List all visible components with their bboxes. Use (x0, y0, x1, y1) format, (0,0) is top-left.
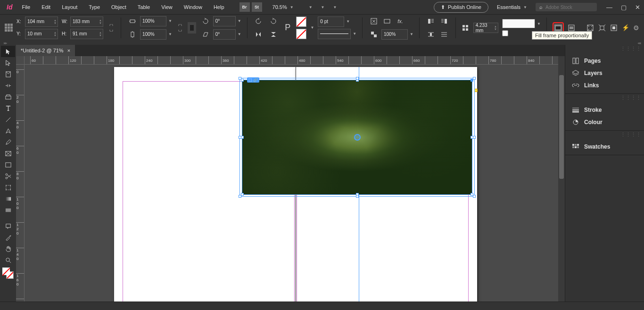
live-corner-handle[interactable] (474, 89, 478, 92)
panel-collapse-1[interactable]: ⋮⋮⋮⋮ (565, 45, 644, 53)
selection-tool[interactable] (1, 46, 15, 57)
fill-stroke-tool[interactable] (2, 268, 14, 279)
w-input[interactable]: 183 mm▲▼ (70, 17, 103, 27)
menu-view[interactable]: View (157, 2, 177, 12)
scrollbar-thumb[interactable] (559, 75, 564, 179)
layers-panel[interactable]: Layers (565, 67, 644, 79)
flip-h-icon[interactable] (253, 29, 264, 40)
rotate-ccw-icon[interactable] (253, 16, 264, 27)
minimize-button[interactable]: — (606, 4, 612, 11)
menu-window[interactable]: Window (179, 2, 207, 12)
gradient-swatch-tool[interactable] (1, 193, 15, 204)
content-grabber[interactable] (354, 134, 361, 141)
rotate-input[interactable]: 0° (213, 16, 236, 26)
free-transform-tool[interactable] (1, 182, 15, 193)
colour-panel[interactable]: Colour (565, 116, 644, 128)
rectangle-frame-tool[interactable] (1, 148, 15, 159)
zoom-level[interactable]: 70.5% ▼ (272, 4, 294, 10)
image-frame[interactable]: ⬚🔗 (242, 80, 472, 195)
lightning-icon[interactable]: ⚡ (622, 24, 629, 31)
page-tool[interactable] (1, 68, 15, 80)
gradient-feather-tool[interactable] (1, 204, 15, 216)
fx-icon[interactable]: fx. (395, 16, 406, 27)
pages-panel[interactable]: Pages (565, 55, 644, 67)
vertical-ruler[interactable]: 020406080100120140160 (16, 65, 25, 302)
stroke-weight-input[interactable]: 0 pt (318, 17, 344, 27)
type-tool[interactable] (1, 102, 15, 114)
close-button[interactable]: ✕ (635, 4, 640, 11)
corner-radius-input[interactable]: 4.233 mm▲▼ (473, 23, 498, 33)
scissors-tool[interactable] (1, 170, 15, 182)
scale-y-input[interactable]: 100% (140, 29, 166, 40)
stock-search-input[interactable] (545, 5, 593, 10)
fill-swatch[interactable] (296, 17, 306, 27)
content-collector-tool[interactable] (1, 91, 15, 102)
ruler-origin[interactable] (16, 56, 25, 65)
clear-transform-icon[interactable] (188, 22, 196, 34)
panel-collapse-2[interactable]: ⋮⋮⋮⋮ (565, 94, 644, 102)
menu-layout[interactable]: Layout (57, 2, 82, 12)
corner-shape-select[interactable] (502, 19, 535, 28)
opacity-input[interactable]: 100% (381, 29, 408, 40)
y-input[interactable]: 10 mm▲▼ (25, 29, 58, 39)
menu-help[interactable]: Help (209, 2, 229, 12)
corner-checkbox[interactable] (502, 30, 508, 36)
wrap-right-icon[interactable] (438, 16, 450, 27)
zoom-tool[interactable] (1, 254, 15, 266)
rotate-cw-icon[interactable] (268, 16, 279, 27)
stock-button[interactable]: St (252, 2, 262, 12)
links-panel[interactable]: Links (565, 79, 644, 92)
menu-edit[interactable]: Edit (37, 2, 55, 12)
flip-v-icon[interactable] (268, 29, 279, 40)
wrap-both-icon[interactable] (425, 29, 437, 40)
note-tool[interactable] (1, 220, 15, 232)
document-tab[interactable]: *Untitled-2 @ 71% × (16, 45, 75, 56)
constrain-wh-icon[interactable] (107, 22, 115, 34)
settings-icon[interactable]: ⚙ (633, 24, 639, 32)
constrain-scale-icon[interactable] (176, 22, 184, 34)
view-mode-1[interactable]: ▼ (307, 5, 313, 9)
vertical-scrollbar[interactable] (558, 56, 565, 302)
pencil-tool[interactable] (1, 136, 15, 148)
rectangle-tool[interactable] (1, 159, 15, 170)
center-content-button[interactable] (610, 22, 618, 34)
fit-frame-to-content-button[interactable] (598, 22, 606, 34)
menu-table[interactable]: Table (133, 2, 155, 12)
stroke-swatch[interactable] (296, 29, 306, 39)
swatches-panel[interactable]: Swatches (565, 141, 644, 153)
view-mode-2[interactable]: ▼ (319, 5, 325, 9)
corner-options-icon[interactable] (461, 22, 469, 34)
stroke-style-select[interactable] (318, 29, 351, 39)
close-icon[interactable]: × (67, 48, 70, 53)
menu-type[interactable]: Type (84, 2, 105, 12)
gap-tool[interactable] (1, 80, 15, 91)
bridge-button[interactable]: Br (239, 2, 250, 12)
publish-online-button[interactable]: ⬆ Publish Online (434, 2, 488, 13)
x-input[interactable]: 104 mm▲▼ (25, 17, 58, 27)
horizontal-ruler[interactable]: 6012018024030036042048054060066072078084… (25, 56, 558, 65)
view-mode-3[interactable]: ▼ (331, 5, 337, 9)
hand-tool[interactable] (1, 243, 15, 254)
pasteboard[interactable]: ⬚🔗 (25, 65, 558, 302)
swatch-dropdown[interactable]: ▼ (310, 25, 314, 30)
stroke-panel[interactable]: Stroke (565, 104, 644, 116)
expand-bar-top[interactable]: ▸▸◂◂ (0, 41, 644, 45)
scale-x-input[interactable]: 100% (140, 16, 166, 26)
maximize-button[interactable]: ▢ (621, 4, 627, 11)
pen-tool[interactable] (1, 125, 15, 136)
reference-point-icon[interactable] (5, 24, 13, 32)
wrap-none-icon[interactable] (438, 29, 450, 40)
shear-input[interactable]: 0° (213, 29, 236, 40)
wrap-left-icon[interactable] (425, 16, 437, 27)
panel-collapse-3[interactable]: ⋮⋮⋮⋮ (565, 131, 644, 139)
auto-fit-icon[interactable] (368, 16, 380, 27)
menu-object[interactable]: Object (107, 2, 131, 12)
workspace-selector[interactable]: Essentials ▼ (493, 4, 531, 10)
h-input[interactable]: 91 mm▲▼ (70, 29, 103, 39)
direct-selection-tool[interactable] (1, 57, 15, 68)
stock-search[interactable]: ⌕ (536, 3, 597, 11)
eyedropper-tool[interactable] (1, 232, 15, 243)
menu-file[interactable]: File (17, 2, 35, 12)
line-tool[interactable] (1, 114, 15, 125)
frame-icon[interactable] (381, 16, 393, 27)
